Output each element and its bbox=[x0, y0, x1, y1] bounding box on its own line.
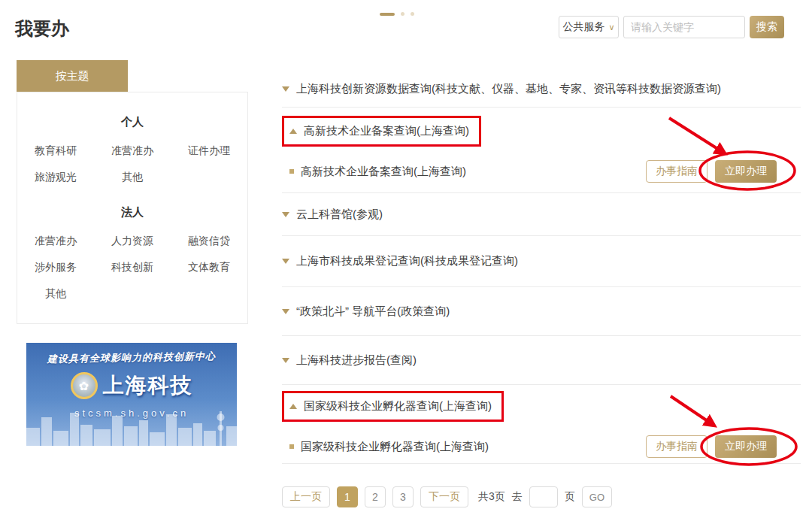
square-bullet-icon bbox=[289, 169, 294, 174]
search-category-select[interactable]: 公共服务 ∨ bbox=[559, 16, 619, 38]
search-bar: 公共服务 ∨ 搜索 bbox=[559, 16, 784, 38]
banner-brand-row: ✿ 上海科技 bbox=[26, 371, 237, 400]
service-title: 上海科技进步报告(查阅) bbox=[296, 353, 417, 368]
triangle-down-icon bbox=[282, 212, 289, 217]
go-button[interactable]: GO bbox=[582, 486, 612, 507]
guide-button[interactable]: 办事指南 bbox=[646, 435, 707, 458]
prev-page-button[interactable]: 上一页 bbox=[282, 486, 330, 507]
carousel-indicator bbox=[380, 12, 414, 16]
service-row-achievement-registration[interactable]: 上海市科技成果登记查询(科技成果登记查询) bbox=[282, 236, 801, 287]
sidebar-item-legal-other[interactable]: 其他 bbox=[17, 287, 94, 301]
annotation-red-box: 国家级科技企业孵化器查询(上海查询) bbox=[282, 391, 504, 422]
sidebar-item-certificates[interactable]: 证件办理 bbox=[171, 144, 247, 158]
service-row-progress-report[interactable]: 上海科技进步报告(查阅) bbox=[282, 336, 801, 385]
sidebar-item-culture-education[interactable]: 文体教育 bbox=[171, 261, 247, 274]
sidebar-item-personal-other[interactable]: 其他 bbox=[94, 171, 171, 184]
service-title[interactable]: 高新技术企业备案查询(上海查询) bbox=[304, 124, 469, 138]
triangle-up-icon bbox=[289, 404, 297, 409]
service-row-policy-beidou[interactable]: “政策北斗” 导航平台(政策查询) bbox=[282, 287, 801, 336]
shanghai-tech-logo-icon: ✿ bbox=[71, 372, 98, 399]
theme-panel: 个人 教育科研 准营准办 证件办理 旅游观光 其他 法人 准营准办 人力资源 融… bbox=[17, 92, 248, 324]
sidebar-item-financing[interactable]: 融资信贷 bbox=[171, 235, 247, 248]
city-skyline-graphic bbox=[26, 407, 237, 446]
triangle-up-icon bbox=[289, 129, 297, 134]
page-title: 我要办 bbox=[15, 17, 69, 41]
service-row-cloud-museum[interactable]: 云上科普馆(参观) bbox=[282, 193, 801, 236]
search-input[interactable] bbox=[623, 16, 745, 38]
page-unit-label: 页 bbox=[565, 490, 575, 504]
service-row-national-incubator: 国家级科技企业孵化器查询(上海查询) 国家级科技企业孵化器查询(上海查询) 办事… bbox=[282, 385, 801, 464]
service-title: 上海市科技成果登记查询(科技成果登记查询) bbox=[296, 254, 518, 268]
service-title: 云上科普馆(参观) bbox=[296, 207, 383, 222]
carousel-dot[interactable] bbox=[411, 12, 414, 16]
sidebar-item-tech-innovation[interactable]: 科技创新 bbox=[94, 261, 171, 274]
service-sub-label[interactable]: 高新技术企业备案查询(上海查询) bbox=[301, 165, 466, 179]
sidebar-item-hr[interactable]: 人力资源 bbox=[94, 235, 171, 248]
pagination: 上一页 1 2 3 下一页 共3页 去 页 GO bbox=[282, 486, 801, 507]
service-title: “政策北斗” 导航平台(政策查询) bbox=[296, 304, 450, 319]
service-row-hightech-filing: 高新技术企业备案查询(上海查询) 高新技术企业备案查询(上海查询) 办事指南 立… bbox=[282, 108, 801, 193]
search-category-value: 公共服务 bbox=[562, 20, 604, 34]
banner-slogan: 建设具有全球影响力的科技创新中心 bbox=[26, 350, 237, 367]
group-heading-legal: 法人 bbox=[17, 205, 247, 220]
triangle-down-icon bbox=[282, 358, 289, 363]
sidebar-item-legal-licensing[interactable]: 准营准办 bbox=[17, 235, 94, 248]
group-heading-personal: 个人 bbox=[17, 115, 247, 129]
goto-page-input[interactable] bbox=[529, 486, 558, 507]
triangle-down-icon bbox=[282, 86, 289, 92]
service-row-innovation-resources[interactable]: 上海科技创新资源数据查询(科技文献、仪器、基地、专家、资讯等科技数据资源查询) bbox=[282, 71, 801, 108]
personal-categories: 教育科研 准营准办 证件办理 旅游观光 其他 bbox=[17, 144, 247, 184]
sidebar-item-licensing[interactable]: 准营准办 bbox=[94, 144, 171, 158]
service-title: 上海科技创新资源数据查询(科技文献、仪器、基地、专家、资讯等科技数据资源查询) bbox=[296, 82, 721, 96]
page-button-2[interactable]: 2 bbox=[365, 486, 386, 507]
tab-by-theme[interactable]: 按主题 bbox=[17, 60, 128, 92]
triangle-down-icon bbox=[282, 309, 289, 314]
square-bullet-icon bbox=[289, 444, 294, 449]
chevron-down-icon: ∨ bbox=[608, 23, 614, 32]
page-button-3[interactable]: 3 bbox=[392, 486, 414, 507]
legal-categories: 准营准办 人力资源 融资信贷 涉外服务 科技创新 文体教育 其他 bbox=[17, 235, 247, 301]
page-root: 我要办 公共服务 ∨ 搜索 按主题 个人 教育科研 准营准办 证件办理 旅游观光… bbox=[0, 0, 812, 521]
service-title[interactable]: 国家级科技企业孵化器查询(上海查询) bbox=[304, 399, 492, 413]
next-page-button[interactable]: 下一页 bbox=[420, 486, 468, 507]
banner-brand-text: 上海科技 bbox=[103, 371, 193, 400]
carousel-active-bar[interactable] bbox=[380, 13, 395, 16]
service-sub-row: 高新技术企业备案查询(上海查询) 办事指南 立即办理 bbox=[282, 159, 801, 184]
apply-now-button[interactable]: 立即办理 bbox=[715, 435, 777, 458]
total-pages-label: 共3页 bbox=[478, 490, 505, 504]
sidebar-item-foreign-services[interactable]: 涉外服务 bbox=[17, 261, 94, 274]
apply-now-button[interactable]: 立即办理 bbox=[715, 160, 777, 183]
sidebar-item-tourism[interactable]: 旅游观光 bbox=[17, 171, 94, 184]
goto-label: 去 bbox=[512, 490, 523, 504]
page-button-1[interactable]: 1 bbox=[337, 486, 358, 507]
guide-button[interactable]: 办事指南 bbox=[646, 160, 707, 183]
service-sub-row: 国家级科技企业孵化器查询(上海查询) 办事指南 立即办理 bbox=[282, 434, 801, 459]
carousel-dot[interactable] bbox=[401, 12, 404, 16]
annotation-red-box: 高新技术企业备案查询(上海查询) bbox=[282, 116, 481, 147]
triangle-down-icon bbox=[282, 259, 289, 264]
sidebar-item-edu-research[interactable]: 教育科研 bbox=[17, 144, 94, 158]
search-button[interactable]: 搜索 bbox=[750, 16, 784, 38]
service-list: 上海科技创新资源数据查询(科技文献、仪器、基地、专家、资讯等科技数据资源查询) … bbox=[282, 71, 801, 507]
service-sub-label[interactable]: 国家级科技企业孵化器查询(上海查询) bbox=[301, 440, 489, 454]
promo-banner[interactable]: 建设具有全球影响力的科技创新中心 ✿ 上海科技 stcsm.sh.gov.cn bbox=[26, 343, 237, 446]
